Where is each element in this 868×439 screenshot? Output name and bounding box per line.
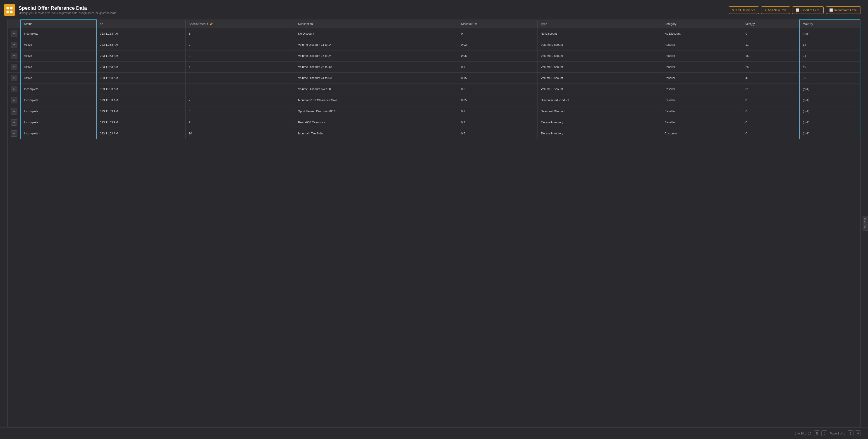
edit-row-button[interactable]: ✏ [11, 130, 17, 137]
pagination: ⟨⟨ ⟨ Page 1 of 1 ⟩ ⟩⟩ [814, 430, 861, 436]
import-from-excel-button[interactable]: ⬜ Import from Excel [826, 6, 861, 14]
discount-pct-cell: 0.05 [458, 50, 537, 61]
description-cell: Mountain Tire Sale [295, 128, 458, 139]
table-row: ✏ Active 023 11:53 AM 5 Volume Discount … [8, 72, 860, 84]
pencil-icon: ✏ [13, 43, 15, 46]
description-cell: Road-650 Overstock [295, 117, 458, 128]
description-cell: Volume Discount over 60 [295, 84, 458, 95]
discount-pct-cell: 0.15 [458, 72, 537, 84]
svg-rect-3 [10, 11, 13, 13]
discount-pct-cell: 0.2 [458, 84, 537, 95]
special-offer-id-cell: 4 [185, 61, 295, 72]
discount-pct-cell: 0.35 [458, 95, 537, 106]
plus-icon: + [765, 8, 767, 12]
edit-row-button[interactable]: ✏ [11, 53, 17, 59]
special-offer-id-cell: 1 [185, 28, 295, 39]
min-qty-cell: 25 [742, 61, 799, 72]
col-header-category[interactable]: Category [661, 20, 742, 28]
status-cell: Incomplete [21, 84, 96, 95]
add-new-row-button[interactable]: + Add New Row [761, 6, 790, 14]
edit-cell: ✏ [8, 106, 21, 117]
min-qty-cell: 0 [742, 106, 799, 117]
table-row: ✏ Active 023 11:53 AM 2 Volume Discount … [8, 39, 860, 50]
modified-on-cell: 023 11:53 AM [96, 128, 185, 139]
description-cell: No Discount [295, 28, 458, 39]
status-cell: Active [21, 72, 96, 84]
edit-row-button[interactable]: ✏ [11, 31, 17, 37]
edit-row-button[interactable]: ✏ [11, 108, 17, 115]
discount-pct-cell: 0.5 [458, 128, 537, 139]
table-header-row: Status on SpecialOfferID 🔑 Description [8, 20, 860, 28]
prev-page-button[interactable]: ⟨ [822, 430, 827, 436]
description-cell: Volume Discount 15 to 24 [295, 50, 458, 61]
type-cell: Volume Discount [537, 39, 661, 50]
col-header-special-offer-id[interactable]: SpecialOfferID 🔑 [185, 20, 295, 28]
category-cell: Reseller [661, 95, 742, 106]
discount-pct-cell: 0.1 [458, 106, 537, 117]
table-row: ✏ Incomplete 023 11:53 AM 8 Sport Helmet… [8, 106, 860, 117]
special-offer-id-cell: 9 [185, 117, 295, 128]
category-cell: Reseller [661, 117, 742, 128]
edit-row-button[interactable]: ✏ [11, 75, 17, 81]
modified-on-cell: 023 11:53 AM [96, 106, 185, 117]
edit-cell: ✏ [8, 61, 21, 72]
col-header-description[interactable]: Description [295, 20, 458, 28]
col-header-min-qty[interactable]: MinQty [742, 20, 799, 28]
table-row: ✏ Incomplete 023 11:53 AM 10 Mountain Ti… [8, 128, 860, 139]
edit-row-button[interactable]: ✏ [11, 119, 17, 126]
modified-on-cell: 023 11:53 AM [96, 84, 185, 95]
max-qty-cell: (null) [799, 84, 860, 95]
edit-reference-button[interactable]: ✎ Edit Reference [729, 6, 759, 14]
edit-cell: ✏ [8, 128, 21, 139]
export-to-excel-button[interactable]: ⬜ Export to Excel [792, 6, 824, 14]
pencil-icon: ✏ [13, 110, 15, 113]
pencil-icon: ✏ [13, 65, 15, 69]
max-qty-cell: 24 [799, 50, 860, 61]
special-offer-id-cell: 6 [185, 84, 295, 95]
footer: 1 to 10 of 10 ⟨⟨ ⟨ Page 1 of 1 ⟩ ⟩⟩ [0, 428, 868, 439]
col-header-discount-pct[interactable]: DiscountPct [458, 20, 537, 28]
edit-cell: ✏ [8, 28, 21, 39]
edit-row-button[interactable]: ✏ [11, 42, 17, 48]
min-qty-cell: 15 [742, 50, 799, 61]
edit-row-button[interactable]: ✏ [11, 97, 17, 103]
type-cell: Volume Discount [537, 61, 661, 72]
type-cell: Discontinued Product [537, 95, 661, 106]
app-icon [4, 4, 16, 16]
next-page-button[interactable]: ⟩ [848, 430, 854, 436]
svg-rect-1 [10, 7, 13, 9]
description-cell: Volume Discount 25 to 40 [295, 61, 458, 72]
edit-cell: ✏ [8, 50, 21, 61]
pencil-icon: ✏ [13, 76, 15, 80]
last-page-button[interactable]: ⟩⟩ [855, 430, 861, 436]
col-header-status[interactable]: Status [21, 20, 96, 28]
page-subtitle: Manage your records here. You can provid… [19, 11, 117, 15]
table-wrapper[interactable]: Status on SpecialOfferID 🔑 Description [7, 19, 861, 428]
col-header-type[interactable]: Type [537, 20, 661, 28]
min-qty-cell: 41 [742, 72, 799, 84]
edit-row-button[interactable]: ✏ [11, 64, 17, 70]
header-left: Special Offer Reference Data Manage your… [4, 4, 117, 16]
min-qty-cell: 11 [742, 39, 799, 50]
discount-pct-cell: 0 [458, 28, 537, 39]
status-cell: Incomplete [21, 106, 96, 117]
header: Special Offer Reference Data Manage your… [0, 0, 868, 19]
type-cell: Volume Discount [537, 50, 661, 61]
modified-on-cell: 023 11:53 AM [96, 50, 185, 61]
status-cell: Active [21, 50, 96, 61]
col-header-modified-on[interactable]: on [96, 20, 185, 28]
metrics-sidebar[interactable]: Metrics [863, 216, 868, 231]
first-page-button[interactable]: ⟨⟨ [814, 430, 820, 436]
special-offer-id-cell: 7 [185, 95, 295, 106]
col-header-max-qty[interactable]: MaxQty [799, 20, 860, 28]
type-cell: No Discount [537, 28, 661, 39]
table-row: ✏ Incomplete 023 11:53 AM 6 Volume Disco… [8, 84, 860, 95]
edit-row-button[interactable]: ✏ [11, 86, 17, 92]
type-cell: Seasonal Discount [537, 106, 661, 117]
table-row: ✏ Incomplete 023 11:53 AM 9 Road-650 Ove… [8, 117, 860, 128]
discount-pct-cell: 0.02 [458, 39, 537, 50]
table-row: ✏ Incomplete 023 11:53 AM 7 Mountain-100… [8, 95, 860, 106]
max-qty-cell: (null) [799, 106, 860, 117]
category-cell: Customer [661, 128, 742, 139]
max-qty-cell: 60 [799, 72, 860, 84]
